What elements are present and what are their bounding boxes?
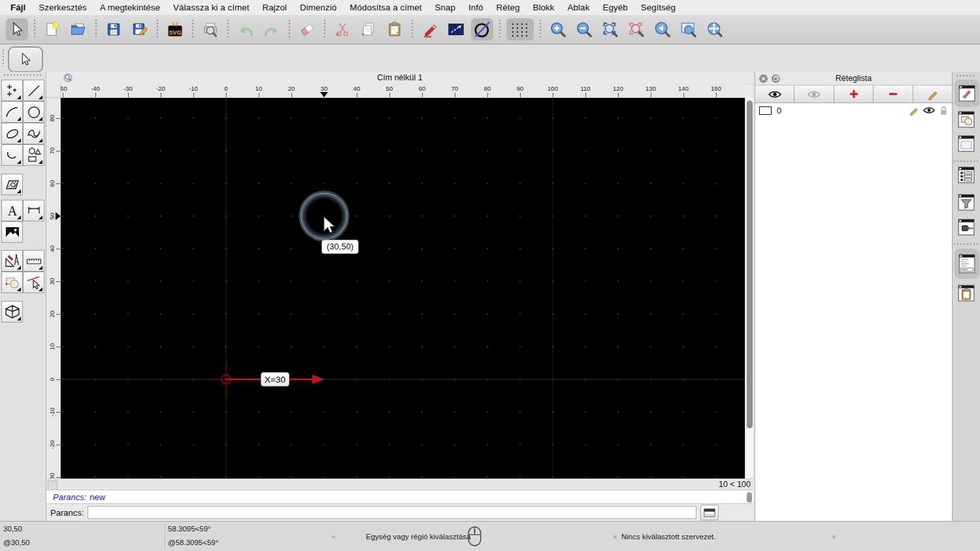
command-input[interactable]: [88, 506, 696, 519]
menu-item-rajzol[interactable]: Rajzol: [255, 3, 293, 12]
modify-tool-button[interactable]: [1, 272, 23, 293]
select-tool-button[interactable]: [23, 272, 44, 293]
layer-edit-pencil-icon[interactable]: [909, 106, 919, 116]
close-icon[interactable]: [759, 74, 768, 83]
menu-item-seg-ts-g[interactable]: Segítség: [634, 3, 682, 12]
text-icon: A: [4, 202, 21, 219]
menu-item-a-megtekint-se[interactable]: A megtekintése: [93, 3, 167, 12]
dock-layer-list-button[interactable]: [955, 80, 979, 107]
selection-tool-button[interactable]: [8, 46, 43, 72]
dock-library-browser-button[interactable]: [956, 134, 976, 153]
drag-handle[interactable]: [3, 50, 4, 67]
draw-misc-tool-button[interactable]: [1, 250, 23, 272]
circle-tool-button[interactable]: [471, 18, 493, 40]
pen-attributes-button[interactable]: [419, 18, 441, 40]
points-tool-button[interactable]: [1, 80, 23, 101]
circle-tool-button[interactable]: [23, 101, 44, 123]
zoom-pan-button[interactable]: [704, 18, 726, 40]
drawing-window-titlebar[interactable]: Cím nélkül 1: [46, 72, 753, 84]
dock-entity-list-button[interactable]: [956, 165, 976, 185]
menu-item-v-lassza-ki-a-c-met[interactable]: Válassza ki a címet: [167, 3, 255, 12]
polygon-tool-button[interactable]: [23, 144, 44, 166]
show-all-layers-button[interactable]: [755, 86, 794, 102]
print-preview-button[interactable]: [199, 18, 221, 40]
history-scrollbar-thumb[interactable]: [747, 492, 752, 503]
measure-tool-button[interactable]: [23, 250, 44, 272]
hatch-tool-button[interactable]: [1, 174, 23, 195]
paste-button[interactable]: [384, 18, 406, 40]
layer-row[interactable]: 0: [755, 103, 952, 118]
ruler-h-label: -40: [86, 85, 105, 92]
dock-clipboard-button[interactable]: [956, 283, 976, 303]
tool-palette: A: [0, 72, 46, 521]
dock-command-line-button[interactable]: [955, 249, 979, 279]
dock-block-list-button[interactable]: [956, 110, 976, 129]
scrollbar-thumb[interactable]: [747, 101, 753, 428]
zoom-window-button[interactable]: [678, 18, 700, 40]
save-as-button[interactable]: [129, 18, 151, 40]
toolbar-separator: [226, 20, 230, 39]
zoom-auto-button[interactable]: [599, 18, 621, 40]
eye-icon: [768, 90, 781, 99]
open-file-button[interactable]: [67, 18, 90, 40]
undock-icon[interactable]: [772, 74, 780, 83]
layer-color-swatch[interactable]: [759, 106, 772, 115]
hide-all-layers-button[interactable]: [794, 86, 834, 102]
spline-tool-button[interactable]: [23, 123, 44, 144]
drawing-canvas[interactable]: (30,50) X=30: [61, 98, 745, 479]
new-document-button[interactable]: [41, 18, 63, 40]
arc-tool-button[interactable]: [1, 101, 23, 123]
edit-layer-button[interactable]: [913, 86, 952, 102]
solid-tool-button[interactable]: [1, 301, 23, 323]
dock-filter-button[interactable]: [956, 193, 976, 212]
drag-handle[interactable]: [956, 75, 976, 76]
redo-button[interactable]: [261, 18, 283, 40]
menu-item-inf-[interactable]: Infó: [462, 3, 490, 12]
cut-button[interactable]: +: [331, 18, 353, 40]
menu-item-m-dos-tsa-a-c-met[interactable]: Módosítsa a címet: [343, 3, 428, 12]
remove-layer-button[interactable]: [874, 86, 913, 102]
drag-handle[interactable]: [4, 74, 42, 76]
ruler-h-label: 50: [380, 85, 399, 92]
dimension-tool-button[interactable]: [23, 200, 44, 221]
save-button[interactable]: [103, 18, 125, 40]
copy-button[interactable]: +: [357, 18, 380, 40]
menu-item-r-teg[interactable]: Réteg: [490, 3, 527, 12]
polyline-tool-button[interactable]: [1, 144, 23, 166]
grid-and-entities: [61, 98, 745, 479]
menu-item-ablak[interactable]: Ablak: [561, 3, 596, 12]
toolbar-separator: [94, 20, 98, 39]
layer-visibility-eye-icon[interactable]: [923, 106, 935, 114]
svg-text:A: A: [7, 204, 17, 218]
dock-pen-palette-button[interactable]: [956, 217, 976, 237]
ruler-v-label: 40: [48, 240, 56, 257]
export-svg-button[interactable]: SVG: [164, 18, 186, 40]
menu-item-f-jl[interactable]: Fájl: [4, 3, 32, 12]
line-tool-button[interactable]: [23, 80, 44, 101]
eraser-button[interactable]: [296, 18, 318, 40]
draw-order-button[interactable]: [445, 18, 467, 40]
menu-item-egy-b[interactable]: Egyéb: [596, 3, 634, 12]
add-layer-button[interactable]: [834, 86, 874, 102]
menu-item-szerkeszt-s[interactable]: Szerkesztés: [32, 3, 93, 12]
ruler-vertical: 80706050403020100-10-20-30: [46, 98, 61, 479]
ruler-h-label: 40: [347, 85, 367, 92]
ellipse-tool-button[interactable]: [1, 123, 23, 144]
selection-arrow-button[interactable]: [6, 18, 28, 40]
layer-lock-icon[interactable]: [939, 106, 948, 116]
keyboard-button[interactable]: [700, 505, 719, 520]
undo-button[interactable]: [235, 18, 257, 40]
image-tool-button[interactable]: [1, 221, 23, 243]
layer-panel-titlebar[interactable]: Réteglista: [755, 72, 952, 86]
zoom-out-button[interactable]: [573, 18, 595, 40]
zoom-in-button[interactable]: [547, 18, 569, 40]
snap-grid-button[interactable]: [506, 18, 534, 40]
text-tool-button[interactable]: A: [1, 200, 23, 221]
menu-item-snap[interactable]: Snap: [429, 3, 463, 12]
zoom-selected-button[interactable]: [625, 18, 647, 40]
menu-item-blokk[interactable]: Blokk: [527, 3, 561, 12]
ruler-h-tick: [422, 93, 423, 97]
menu-item-dimenzi-[interactable]: Dimenzió: [293, 3, 343, 12]
canvas-vertical-scrollbar[interactable]: [745, 98, 753, 479]
zoom-previous-button[interactable]: [651, 18, 674, 40]
